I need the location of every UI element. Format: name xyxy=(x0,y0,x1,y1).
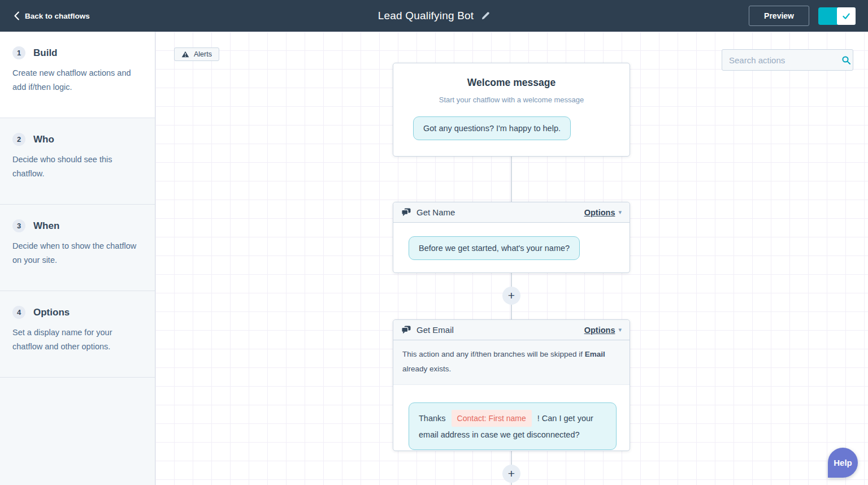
preview-button[interactable]: Preview xyxy=(749,6,809,26)
chat-bubbles-icon xyxy=(401,208,411,216)
chevron-down-icon: ▾ xyxy=(618,326,622,334)
alerts-button[interactable]: Alerts xyxy=(174,47,219,61)
add-action-button[interactable]: + xyxy=(502,465,520,483)
step-description: Set a display name for your chatflow and… xyxy=(12,326,142,354)
help-button[interactable]: Help xyxy=(828,448,858,478)
get-name-node[interactable]: Get Name Options ▾ Before we get started… xyxy=(393,202,630,273)
flow-canvas[interactable]: Alerts Welcome message Start your chatfl… xyxy=(155,32,868,485)
note-bold-field: Email xyxy=(585,350,605,358)
sidebar-step-options[interactable]: 4 Options Set a display name for your ch… xyxy=(0,291,155,378)
node-subtitle: Start your chatflow with a welcome messa… xyxy=(393,96,630,104)
check-icon xyxy=(842,12,850,20)
options-label: Options xyxy=(584,326,615,335)
add-action-button[interactable]: + xyxy=(502,287,520,305)
step-number-badge: 4 xyxy=(12,306,25,319)
search-actions-input[interactable] xyxy=(729,55,841,65)
title-area: Lead Qualifying Bot xyxy=(0,0,868,32)
get-name-options-link[interactable]: Options ▾ xyxy=(584,208,622,217)
get-name-chat-bubble[interactable]: Before we get started, what's your name? xyxy=(409,236,580,260)
search-icon[interactable] xyxy=(841,55,851,65)
step-number-badge: 3 xyxy=(12,219,25,232)
step-title: When xyxy=(33,220,59,232)
node-title: Welcome message xyxy=(393,77,630,89)
step-title: Who xyxy=(33,134,54,145)
skip-condition-note: This action and any if/then branches wil… xyxy=(393,340,630,385)
warning-triangle-icon xyxy=(181,51,189,58)
step-description: Decide who should see this chatflow. xyxy=(12,153,142,181)
toggle-knob xyxy=(837,7,856,25)
alerts-label: Alerts xyxy=(194,50,212,58)
chat-bubbles-icon xyxy=(401,326,411,334)
node-title: Get Name xyxy=(416,207,455,217)
sidebar-step-when[interactable]: 3 When Decide when to show the chatflow … xyxy=(0,205,155,291)
step-description: Create new chatflow actions and add if/t… xyxy=(12,66,142,94)
page-title: Lead Qualifying Bot xyxy=(378,10,474,22)
step-description: Decide when to show the chatflow on your… xyxy=(12,239,142,267)
message-prefix: Thanks xyxy=(419,414,446,423)
search-actions-box xyxy=(722,49,853,71)
step-number-badge: 2 xyxy=(12,133,25,146)
chevron-down-icon: ▾ xyxy=(618,209,622,216)
sidebar-filler xyxy=(0,378,155,485)
top-navbar: Back to chatflows Lead Qualifying Bot Pr… xyxy=(0,0,868,32)
get-email-options-link[interactable]: Options ▾ xyxy=(584,326,622,335)
step-title: Build xyxy=(33,47,58,59)
get-email-chat-bubble[interactable]: ThanksContact: First name! Can I get you… xyxy=(409,402,617,450)
edit-pencil-icon[interactable] xyxy=(481,11,490,20)
personalization-token[interactable]: Contact: First name xyxy=(452,410,532,427)
node-header: Get Name Options ▾ xyxy=(393,202,630,223)
get-email-node[interactable]: Get Email Options ▾ This action and any … xyxy=(393,319,630,451)
back-to-chatflows-link[interactable]: Back to chatflows xyxy=(14,11,90,20)
chevron-left-icon xyxy=(14,11,20,20)
navbar-actions: Preview xyxy=(749,6,856,26)
step-number-badge: 1 xyxy=(12,46,25,59)
welcome-chat-bubble[interactable]: Got any questions? I'm happy to help. xyxy=(413,116,571,140)
chatflow-status-toggle[interactable] xyxy=(818,7,856,25)
node-header: Get Email Options ▾ xyxy=(393,320,630,340)
back-to-chatflows-label: Back to chatflows xyxy=(25,12,90,20)
step-title: Options xyxy=(33,307,70,318)
options-label: Options xyxy=(584,208,615,217)
sidebar-step-build[interactable]: 1 Build Create new chatflow actions and … xyxy=(0,32,155,118)
sidebar-step-who[interactable]: 2 Who Decide who should see this chatflo… xyxy=(0,118,155,205)
welcome-message-node[interactable]: Welcome message Start your chatflow with… xyxy=(393,63,630,157)
node-title: Get Email xyxy=(416,325,454,335)
steps-sidebar: 1 Build Create new chatflow actions and … xyxy=(0,32,155,485)
